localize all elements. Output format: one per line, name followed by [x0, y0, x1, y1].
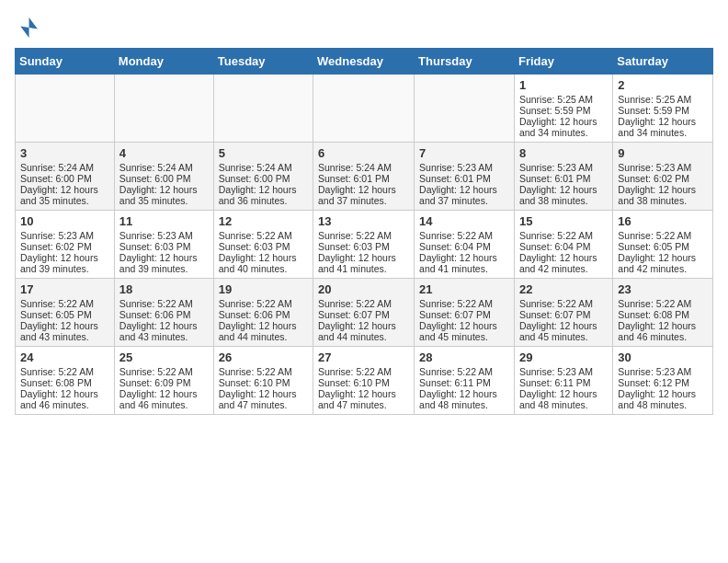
calendar-cell: 29Sunrise: 5:23 AMSunset: 6:11 PMDayligh…	[514, 347, 612, 415]
day-info: Sunrise: 5:25 AM	[618, 94, 708, 105]
day-info: Sunrise: 5:22 AM	[519, 230, 608, 241]
day-number: 8	[519, 146, 608, 160]
day-info: Sunrise: 5:23 AM	[20, 230, 109, 241]
day-info: Sunset: 6:11 PM	[519, 377, 608, 388]
day-number: 13	[318, 214, 409, 228]
day-info: Sunset: 6:04 PM	[419, 241, 509, 252]
day-info: Sunrise: 5:22 AM	[618, 298, 708, 309]
day-info: Sunset: 6:02 PM	[618, 173, 708, 184]
weekday-header-thursday: Thursday	[415, 49, 515, 75]
calendar-cell: 18Sunrise: 5:22 AMSunset: 6:06 PMDayligh…	[114, 279, 213, 347]
day-info: Sunrise: 5:22 AM	[219, 366, 308, 377]
day-info: Daylight: 12 hours and 47 minutes.	[219, 388, 308, 410]
day-info: Daylight: 12 hours and 41 minutes.	[318, 252, 409, 274]
logo	[15, 15, 44, 40]
day-info: Daylight: 12 hours and 48 minutes.	[618, 388, 708, 410]
calendar-cell: 17Sunrise: 5:22 AMSunset: 6:05 PMDayligh…	[16, 279, 115, 347]
day-info: Sunrise: 5:22 AM	[219, 230, 308, 241]
weekday-header-sunday: Sunday	[16, 49, 115, 75]
day-info: Sunset: 6:07 PM	[519, 309, 608, 320]
day-number: 16	[618, 214, 708, 228]
calendar-cell: 25Sunrise: 5:22 AMSunset: 6:09 PMDayligh…	[114, 347, 213, 415]
calendar-cell: 20Sunrise: 5:22 AMSunset: 6:07 PMDayligh…	[313, 279, 415, 347]
day-info: Sunrise: 5:25 AM	[519, 94, 608, 105]
day-info: Sunrise: 5:22 AM	[20, 298, 109, 309]
calendar-cell: 4Sunrise: 5:24 AMSunset: 6:00 PMDaylight…	[114, 143, 213, 211]
day-info: Sunset: 6:05 PM	[618, 241, 708, 252]
day-info: Sunset: 6:07 PM	[318, 309, 409, 320]
day-info: Daylight: 12 hours and 38 minutes.	[618, 184, 708, 206]
calendar-cell	[114, 75, 213, 143]
day-info: Sunset: 6:07 PM	[419, 309, 509, 320]
day-number: 2	[618, 78, 708, 92]
calendar-cell: 11Sunrise: 5:23 AMSunset: 6:03 PMDayligh…	[114, 211, 213, 279]
day-number: 10	[20, 214, 109, 228]
calendar-table: SundayMondayTuesdayWednesdayThursdayFrid…	[15, 48, 713, 415]
calendar-cell: 7Sunrise: 5:23 AMSunset: 6:01 PMDaylight…	[415, 143, 515, 211]
day-info: Sunrise: 5:24 AM	[20, 162, 109, 173]
calendar-cell	[313, 75, 415, 143]
day-info: Daylight: 12 hours and 48 minutes.	[419, 388, 509, 410]
day-number: 5	[219, 146, 308, 160]
day-info: Daylight: 12 hours and 38 minutes.	[519, 184, 608, 206]
day-info: Daylight: 12 hours and 41 minutes.	[419, 252, 509, 274]
day-info: Daylight: 12 hours and 44 minutes.	[219, 320, 308, 342]
day-info: Sunset: 5:59 PM	[519, 105, 608, 116]
calendar-cell: 24Sunrise: 5:22 AMSunset: 6:08 PMDayligh…	[16, 347, 115, 415]
day-number: 24	[20, 350, 109, 364]
day-info: Sunrise: 5:24 AM	[119, 162, 209, 173]
day-info: Sunrise: 5:22 AM	[318, 298, 409, 309]
day-number: 27	[318, 350, 409, 364]
day-info: Sunrise: 5:22 AM	[419, 366, 509, 377]
calendar-week-2: 3Sunrise: 5:24 AMSunset: 6:00 PMDaylight…	[16, 143, 713, 211]
day-info: Sunset: 6:01 PM	[419, 173, 509, 184]
calendar-cell: 10Sunrise: 5:23 AMSunset: 6:02 PMDayligh…	[16, 211, 115, 279]
day-number: 28	[419, 350, 509, 364]
day-info: Sunrise: 5:24 AM	[318, 162, 409, 173]
day-info: Sunset: 6:06 PM	[219, 309, 308, 320]
calendar-week-5: 24Sunrise: 5:22 AMSunset: 6:08 PMDayligh…	[16, 347, 713, 415]
calendar-cell: 3Sunrise: 5:24 AMSunset: 6:00 PMDaylight…	[16, 143, 115, 211]
day-number: 6	[318, 146, 409, 160]
day-number: 29	[519, 350, 608, 364]
day-info: Sunset: 6:00 PM	[119, 173, 209, 184]
day-info: Daylight: 12 hours and 42 minutes.	[519, 252, 608, 274]
day-info: Sunrise: 5:23 AM	[519, 366, 608, 377]
day-number: 14	[419, 214, 509, 228]
day-info: Sunset: 6:10 PM	[318, 377, 409, 388]
day-info: Daylight: 12 hours and 43 minutes.	[20, 320, 109, 342]
calendar-cell: 1Sunrise: 5:25 AMSunset: 5:59 PMDaylight…	[514, 75, 612, 143]
day-number: 26	[219, 350, 308, 364]
calendar-cell	[213, 75, 313, 143]
weekday-header-monday: Monday	[114, 49, 213, 75]
calendar-cell: 2Sunrise: 5:25 AMSunset: 5:59 PMDaylight…	[613, 75, 713, 143]
day-info: Sunrise: 5:23 AM	[618, 366, 708, 377]
weekday-header-tuesday: Tuesday	[213, 49, 313, 75]
day-info: Sunrise: 5:22 AM	[419, 230, 509, 241]
day-info: Sunrise: 5:22 AM	[618, 230, 708, 241]
day-number: 22	[519, 282, 608, 296]
day-info: Daylight: 12 hours and 39 minutes.	[119, 252, 209, 274]
calendar-cell: 21Sunrise: 5:22 AMSunset: 6:07 PMDayligh…	[415, 279, 515, 347]
day-number: 3	[20, 146, 109, 160]
day-number: 12	[219, 214, 308, 228]
day-info: Sunrise: 5:23 AM	[419, 162, 509, 173]
day-info: Sunrise: 5:22 AM	[318, 230, 409, 241]
day-number: 21	[419, 282, 509, 296]
day-info: Daylight: 12 hours and 45 minutes.	[419, 320, 509, 342]
day-info: Daylight: 12 hours and 43 minutes.	[119, 320, 209, 342]
day-info: Sunrise: 5:22 AM	[219, 298, 308, 309]
day-info: Daylight: 12 hours and 40 minutes.	[219, 252, 308, 274]
day-info: Sunset: 6:05 PM	[20, 309, 109, 320]
day-number: 15	[519, 214, 608, 228]
day-number: 4	[119, 146, 209, 160]
day-info: Sunrise: 5:22 AM	[318, 366, 409, 377]
logo-icon	[15, 15, 40, 40]
day-info: Sunset: 6:01 PM	[519, 173, 608, 184]
day-info: Sunset: 6:06 PM	[119, 309, 209, 320]
day-info: Sunset: 6:03 PM	[119, 241, 209, 252]
day-info: Sunrise: 5:22 AM	[119, 298, 209, 309]
day-info: Sunrise: 5:22 AM	[519, 298, 608, 309]
day-info: Daylight: 12 hours and 46 minutes.	[618, 320, 708, 342]
calendar-cell: 23Sunrise: 5:22 AMSunset: 6:08 PMDayligh…	[613, 279, 713, 347]
